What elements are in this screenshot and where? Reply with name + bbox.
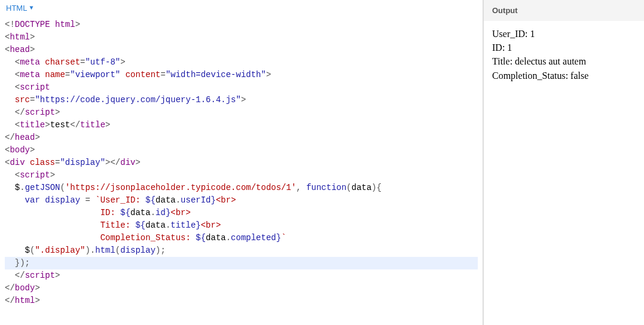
- output-line: User_ID: 1: [492, 27, 636, 41]
- tab-html[interactable]: HTML: [6, 4, 27, 13]
- output-pane: Output User_ID: 1ID: 1Title: delectus au…: [484, 0, 644, 325]
- editor-tabs: HTML ▼: [0, 0, 483, 16]
- output-body: User_ID: 1ID: 1Title: delectus aut autem…: [484, 21, 644, 325]
- output-header: Output: [484, 0, 644, 21]
- output-line: Title: delectus aut autem: [492, 54, 636, 68]
- editor-pane: HTML ▼ <!DOCTYPE html> <html> <head> <me…: [0, 0, 484, 325]
- code-editor[interactable]: <!DOCTYPE html> <html> <head> <meta char…: [0, 16, 483, 325]
- output-line: Completion_Status: false: [492, 69, 636, 82]
- chevron-down-icon[interactable]: ▼: [29, 5, 33, 11]
- output-line: ID: 1: [492, 41, 636, 54]
